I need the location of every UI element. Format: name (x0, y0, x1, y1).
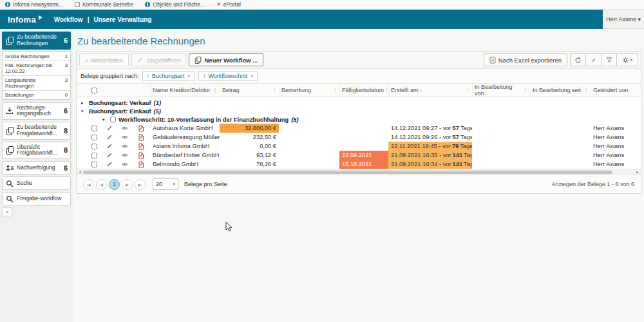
batch-open-button[interactable]: Stapelöffnen (131, 53, 186, 66)
edit-pencil-icon[interactable] (102, 143, 117, 149)
group-row-einkauf[interactable]: ▾ Buchungsart: Einkauf (5) (77, 107, 641, 115)
edit-pencil-icon[interactable] (102, 134, 117, 140)
column-header-faelligkeitsdatum[interactable]: Fälligkeitsdatum ⋮ (339, 84, 388, 97)
column-menu-icon[interactable]: ⋮ (523, 88, 528, 93)
sidebar-item-uebersicht-freigabeworkflows[interactable]: Übersicht Freigabeworkfl... 8 (2, 142, 71, 160)
refresh-button[interactable] (570, 53, 585, 66)
bookmark-kommunale-betriebe[interactable]: Kommunale Betriebe (75, 1, 133, 8)
collapse-icon[interactable]: ▾ (102, 117, 108, 122)
column-header-erstellt-am[interactable]: Erstellt am↓ ⋮ (388, 84, 472, 97)
view-eye-icon[interactable] (117, 162, 132, 167)
sidebar-item-zu-bearbeitende-rechnungen[interactable]: Zu bearbeitende Rechnungen 6 (2, 32, 71, 50)
view-eye-icon[interactable] (117, 144, 132, 149)
page-size-select[interactable]: 20 ▾ (153, 178, 178, 190)
pdf-icon[interactable] (132, 125, 150, 132)
edit-settings-button[interactable] (585, 53, 601, 66)
nav-section[interactable]: Unsere Verwaltung (93, 16, 151, 23)
bookmark-label: Kommunale Betriebe (82, 1, 133, 8)
sidebar-item-rechnungseingangsbuch[interactable]: Rechnungs-eingangsbuch 6 (2, 102, 71, 120)
edit-pencil-icon[interactable] (102, 161, 117, 167)
close-icon[interactable]: × (250, 73, 253, 79)
column-header-in-bearbeitung-seit[interactable]: In Bearbeitung seit ⋮ (530, 84, 591, 97)
pdf-icon[interactable] (132, 161, 150, 168)
infoma-logo[interactable]: Infoma (8, 15, 43, 24)
pdf-icon[interactable] (132, 143, 150, 150)
bookmark-infoma-newsystem[interactable]: Infoma newsystem... (5, 1, 63, 8)
table-row[interactable]: Belmondo GmbH 78,26 € 15.10.2021 21.09.2… (77, 160, 641, 169)
nav-app-name[interactable]: Workflow (54, 16, 83, 23)
sidebar-item-suche[interactable]: Suche (2, 176, 71, 190)
group-row-workflowschritt[interactable]: ▾ Workflowschritt: 10-Vorerfassung in de… (77, 115, 641, 124)
row-checkbox[interactable] (91, 126, 97, 131)
new-workflow-button[interactable]: Neuer Workflow ... (189, 53, 263, 66)
row-checkbox[interactable] (91, 153, 97, 158)
bookmark-eportal[interactable]: ⨯ ePortal (216, 1, 241, 8)
sidebar-filter-bestellungen[interactable]: Bestellungen 0 (3, 91, 70, 99)
user-name: Herr Axians (606, 16, 636, 23)
sidebar-filter-langlaufende-rechnungen[interactable]: Langlaufende Rechnungen 3 (3, 76, 70, 91)
row-checkbox[interactable] (91, 144, 97, 149)
sidebar-item-zu-bearbeitende-freigabeworkflows[interactable]: Zu bearbeitende Freigabeworkfl... 8 (2, 122, 71, 140)
pdf-icon[interactable] (132, 152, 150, 159)
table-row[interactable]: Autohaus Korte GmbH 32.800,00 € 14.12.20… (77, 124, 641, 133)
forward-button[interactable]: » Weiterleiten (79, 53, 129, 66)
group-row-verkauf[interactable]: ▸ Buchungsart: Verkauf (1) (77, 99, 641, 107)
group-chip-buchungsart[interactable]: ↑ Buchungsart × (142, 71, 195, 81)
select-all-checkbox[interactable] (91, 88, 97, 93)
scroll-right-icon[interactable]: ▶ (634, 170, 641, 174)
pager-next-button[interactable]: ▶ (122, 179, 133, 190)
scrollbar-thumb[interactable] (83, 171, 612, 174)
table-row[interactable]: Bürobedarf Hotter GmbH 93,12 € 22.09.202… (77, 151, 641, 160)
table-row[interactable]: Axians Infoma GmbH 0,00 € 22.11.2021 19:… (77, 142, 641, 151)
group-select-checkbox[interactable] (110, 117, 116, 122)
row-checkbox[interactable] (91, 135, 97, 140)
cell-geaendert-von: Herr Axians (591, 160, 641, 169)
column-header-betrag[interactable]: Betrag ⋮ (220, 84, 279, 97)
pager-page-1[interactable]: 1 (109, 179, 120, 190)
column-label: Erstellt am (391, 87, 419, 93)
horizontal-scrollbar[interactable]: ◀ ▶ (77, 169, 641, 175)
filter-count: 0 (65, 92, 68, 98)
column-menu-icon[interactable]: ⋮ (272, 88, 277, 93)
cell-in-bearbeitung-seit (530, 133, 591, 142)
cell-faelligkeitsdatum-highlighted: 15.10.2021 (339, 160, 388, 169)
excel-export-button[interactable]: Nach Excel exportieren (484, 53, 567, 66)
pager-first-button[interactable]: |◀ (83, 179, 94, 190)
collapse-icon[interactable]: ▾ (81, 109, 86, 114)
user-menu[interactable]: Herr Axians ▾ (603, 10, 644, 29)
browser-bookmarks-bar: Infoma newsystem... Kommunale Betriebe O… (0, 0, 644, 10)
column-header-in-bearbeitung-von[interactable]: In Bearbeitung von ⋮ (472, 84, 530, 97)
sidebar-item-freigabe-workflow[interactable]: Freigabe-workflow (2, 192, 71, 205)
bookmark-objekte-flaechen[interactable]: Objekte und Fläche... (145, 1, 205, 8)
filter-button[interactable] (601, 53, 616, 66)
close-icon[interactable]: × (187, 73, 191, 79)
filter-label: Langlaufende Rechnungen (5, 77, 65, 89)
group-chip-workflowschritt[interactable]: ↑ Workflowschritt × (198, 71, 258, 81)
view-eye-icon[interactable] (117, 153, 132, 158)
column-menu-icon[interactable]: ⋮ (213, 88, 218, 93)
column-menu-icon[interactable]: ⋮ (583, 88, 589, 93)
edit-pencil-icon[interactable] (102, 152, 117, 158)
grid-settings-button[interactable]: ▾ (616, 53, 638, 66)
column-menu-icon[interactable]: ⋮ (465, 88, 470, 93)
pager-last-button[interactable]: ▶| (135, 179, 146, 190)
edit-pencil-icon[interactable] (102, 125, 117, 131)
column-header-name[interactable]: Name Kreditor/Debitor ⋮ (150, 84, 220, 97)
sidebar-filter-grosse-rechnungen[interactable]: Große Rechnungen 1 (3, 52, 70, 61)
row-checkbox[interactable] (91, 162, 97, 167)
sidebar-item-count: 8 (64, 127, 68, 135)
column-menu-icon[interactable]: ⋮ (332, 88, 337, 93)
sidebar-collapse-button[interactable]: < (2, 207, 12, 216)
sidebar-item-nachverfolgung[interactable]: Nachverfolgung 6 (2, 161, 71, 175)
column-header-bemerkung[interactable]: Bemerkung ⋮ (279, 84, 339, 97)
column-label: Bemerkung (281, 87, 311, 93)
pdf-icon[interactable] (132, 134, 150, 141)
pager-prev-button[interactable]: ◀ (96, 179, 107, 190)
view-eye-icon[interactable] (117, 135, 132, 140)
table-row[interactable]: Gebäudereinigung Müller 232,50 € 14.12.2… (77, 133, 641, 142)
expand-icon[interactable]: ▸ (81, 100, 86, 106)
sidebar-filter-faellige-rechnungen[interactable]: Fäll. Rechnungen bis 12.02.22 3 (3, 61, 70, 76)
scroll-left-icon[interactable]: ◀ (77, 170, 83, 174)
view-eye-icon[interactable] (117, 126, 132, 131)
column-header-geaendert-von[interactable]: Geändert von (591, 84, 641, 97)
